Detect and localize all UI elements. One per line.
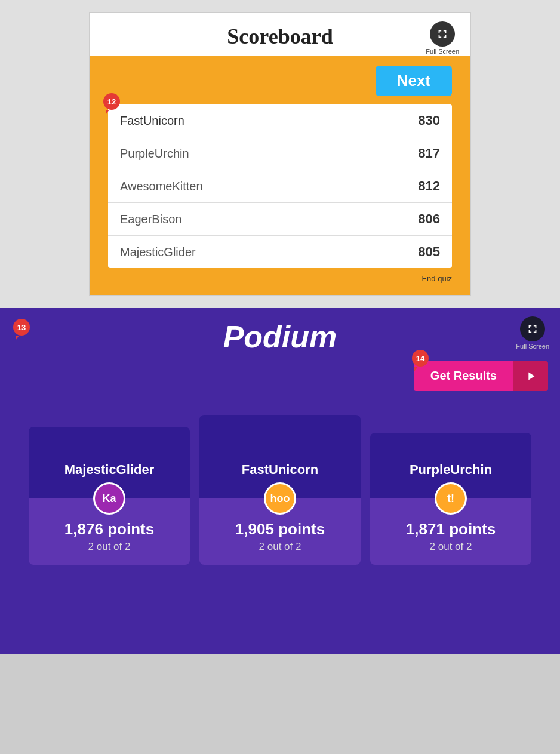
score-points-1: 830 (418, 113, 440, 128)
get-results-button[interactable]: Get Results (414, 361, 513, 391)
score-row-3: AwesomeKitten 812 (108, 170, 452, 203)
podium-cards: MajesticGlider Ka 1,876 points 2 out of … (0, 415, 560, 565)
avatar-text-1st: hoo (270, 493, 290, 505)
scoreboard-section: Scoreboard Full Screen 12 Next (0, 0, 560, 308)
podium-name-1st: FastUnicorn (242, 462, 318, 478)
podium-top-bar: 13 Podium Full Screen (0, 308, 560, 361)
avatar-1st: hoo (264, 482, 296, 515)
podium-section: 13 Podium Full Screen 14 Get Results Maj… (0, 308, 560, 654)
podium-name-2nd: PurpleUrchin (410, 462, 492, 478)
get-results-row: 14 Get Results (0, 361, 560, 403)
fullscreen-label-podium: Full Screen (516, 343, 549, 350)
fullscreen-button-podium[interactable]: Full Screen (516, 316, 549, 350)
podium-out-of-3rd: 2 out of 2 (37, 541, 181, 553)
score-name-3: AwesomeKitten (120, 180, 203, 193)
podium-points-value-2nd: 1,871 (406, 520, 445, 538)
podium-name-3rd: MajesticGlider (64, 462, 154, 478)
podium-points-value-3rd: 1,876 (64, 520, 103, 538)
score-points-3: 812 (418, 179, 440, 194)
scoreboard-title: Scoreboard (227, 24, 333, 49)
avatar-text-3rd: Ka (102, 493, 116, 505)
end-quiz-row: End quiz (108, 274, 452, 283)
score-name-2: PurpleUrchin (120, 147, 189, 161)
badge-12: 12 (103, 93, 120, 110)
avatar-2nd: t! (435, 482, 467, 515)
score-name-4: EagerBison (120, 213, 181, 226)
podium-points-value-1st: 1,905 (235, 520, 274, 538)
arrow-right-icon (524, 370, 537, 383)
score-name-5: MajesticGlider (120, 245, 196, 259)
podium-card-2nd: PurpleUrchin t! 1,871 points 2 out of 2 (370, 433, 531, 565)
podium-card-header-2nd: PurpleUrchin t! (370, 433, 531, 498)
podium-points-3rd: 1,876 points (37, 520, 181, 538)
badge-13: 13 (13, 319, 30, 336)
podium-card-header-1st: FastUnicorn hoo (199, 415, 361, 498)
podium-out-of-1st: 2 out of 2 (208, 541, 352, 553)
podium-points-1st: 1,905 points (208, 520, 352, 538)
podium-card-header-3rd: MajesticGlider Ka (29, 427, 190, 498)
get-results-arrow-button[interactable] (513, 361, 548, 391)
podium-title: Podium (223, 319, 337, 355)
fullscreen-icon-podium (520, 316, 545, 341)
scoreboard-panel: Scoreboard Full Screen 12 Next (89, 12, 471, 296)
next-btn-row: Next (108, 66, 452, 96)
podium-out-of-2nd: 2 out of 2 (379, 541, 523, 553)
score-points-4: 806 (418, 211, 440, 227)
avatar-text-2nd: t! (447, 493, 454, 505)
score-row-2: PurpleUrchin 817 (108, 137, 452, 170)
fullscreen-button-scoreboard[interactable]: Full Screen (426, 21, 459, 55)
score-row-4: EagerBison 806 (108, 203, 452, 236)
next-button[interactable]: Next (376, 66, 452, 96)
scoreboard-body: 12 Next FastUnicorn 830 PurpleUrchin 817… (90, 56, 470, 295)
podium-card-3rd: MajesticGlider Ka 1,876 points 2 out of … (29, 427, 190, 565)
scoreboard-header: Scoreboard Full Screen (90, 13, 470, 56)
podium-points-2nd: 1,871 points (379, 520, 523, 538)
fullscreen-label-scoreboard: Full Screen (426, 48, 459, 55)
end-quiz-link[interactable]: End quiz (421, 274, 452, 283)
fullscreen-svg-icon (436, 27, 449, 41)
scoreboard-table: FastUnicorn 830 PurpleUrchin 817 Awesome… (108, 104, 452, 268)
score-name-1: FastUnicorn (120, 114, 184, 128)
score-row-1: FastUnicorn 830 (108, 104, 452, 137)
avatar-3rd: Ka (93, 482, 125, 515)
score-row-5: MajesticGlider 805 (108, 236, 452, 268)
podium-card-1st: FastUnicorn hoo 1,905 points 2 out of 2 (199, 415, 361, 565)
score-points-2: 817 (418, 146, 440, 161)
fullscreen-svg-icon-podium (526, 322, 539, 336)
badge-14: 14 (412, 350, 429, 367)
score-points-5: 805 (418, 244, 440, 260)
fullscreen-icon (430, 21, 455, 47)
